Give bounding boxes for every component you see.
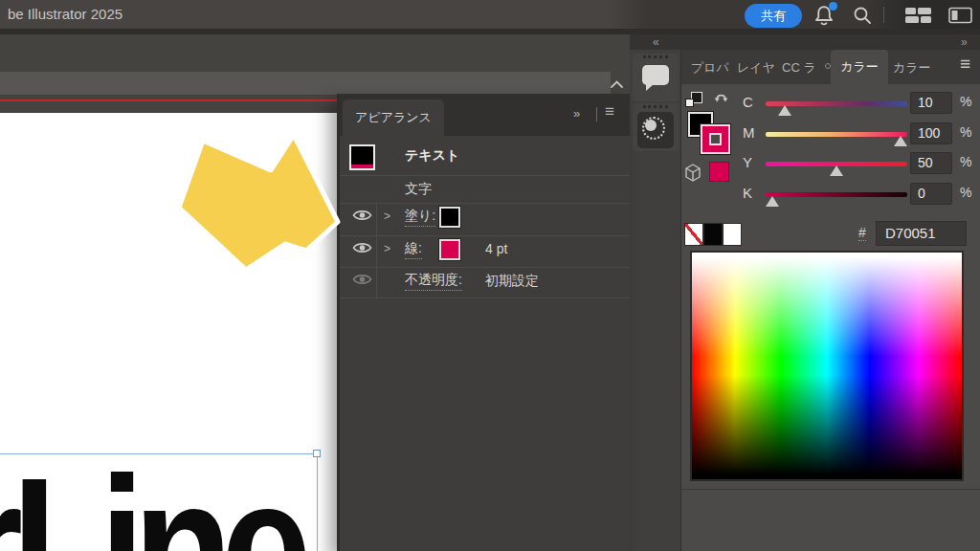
share-button[interactable]: 共有 <box>745 4 802 28</box>
yellow-slider-thumb[interactable] <box>830 165 843 176</box>
thumbnail-stroke-bar <box>351 165 373 168</box>
selection-handle[interactable] <box>313 450 321 457</box>
cyan-slider[interactable] <box>766 101 907 106</box>
magenta-slider-thumb[interactable] <box>894 136 907 146</box>
comment-bubble-icon <box>642 65 669 85</box>
channel-k-label: K <box>743 185 752 201</box>
tab-color-guide[interactable]: カラー <box>893 59 931 77</box>
fill-expand-chevron-icon[interactable]: > <box>384 209 390 223</box>
web-color-cube-icon[interactable] <box>683 163 702 187</box>
default-colors-icon-front <box>685 99 694 107</box>
illustrator-window: be Illustrator 2025 共有 <box>0 0 980 551</box>
black-unit: % <box>960 185 971 200</box>
cyan-slider-thumb[interactable] <box>778 105 791 116</box>
document-header-band <box>0 72 611 96</box>
stroke-expand-chevron-icon[interactable]: > <box>384 242 390 255</box>
panel-menu-icon[interactable]: ≡ <box>960 54 970 75</box>
yellow-slider[interactable] <box>766 162 907 166</box>
collapsed-panel-strip <box>630 50 681 551</box>
eye-column-divider <box>376 203 377 298</box>
fill-row-label[interactable]: 塗り: <box>405 208 435 227</box>
collapse-dock-left-icon[interactable]: « <box>653 35 658 49</box>
workspace-switcher-icon[interactable] <box>904 7 932 28</box>
channel-y-label: Y <box>743 154 752 170</box>
cyan-unit: % <box>960 94 971 109</box>
fill-swatch-mini[interactable] <box>439 207 460 228</box>
fill-visibility-eye-icon[interactable] <box>352 209 372 226</box>
artwork-text[interactable]: rLine <box>0 448 301 551</box>
titlebar-divider <box>883 7 884 23</box>
channel-m-label: M <box>743 124 755 141</box>
object-type-label[interactable]: テキスト <box>405 147 459 165</box>
panel-tab-bar: プロパ レイヤ CC ラ カラー カラー ≡ <box>681 50 980 84</box>
stroke-swatch-mini[interactable] <box>439 239 460 260</box>
artboard-canvas[interactable]: rLine <box>0 113 337 551</box>
red-guide-line <box>0 99 337 101</box>
black-swatch[interactable] <box>703 223 723 246</box>
opacity-visibility-eye-icon[interactable] <box>352 273 372 290</box>
current-color-swatch[interactable] <box>709 162 729 182</box>
stroke-color-swatch[interactable] <box>701 124 730 154</box>
panel-collapse-icon[interactable]: » <box>573 106 579 121</box>
object-thumbnail[interactable] <box>349 144 375 170</box>
black-slider[interactable] <box>766 192 907 197</box>
magenta-unit: % <box>960 124 971 140</box>
tab-layers[interactable]: レイヤ <box>737 59 775 77</box>
drag-grip-icon <box>643 55 668 58</box>
characters-row[interactable]: 文字 <box>405 181 432 198</box>
yellow-value-field[interactable]: 50 <box>910 152 952 174</box>
tab-color-active[interactable]: カラー <box>831 50 888 84</box>
panel-toggle-icon[interactable] <box>948 7 972 28</box>
dock-collapse-bar: « » <box>630 34 980 50</box>
appearance-menu-icon[interactable]: ≡ <box>605 102 614 121</box>
collapse-up-chevron-icon[interactable] <box>610 77 625 88</box>
appearance-panel: アピアランス » ≡ テキスト 文字 > 塗り: <box>337 94 630 551</box>
none-color-swatch[interactable] <box>684 223 703 246</box>
hex-value-field[interactable]: D70051 <box>876 221 967 246</box>
opacity-value[interactable]: 初期設定 <box>485 273 539 290</box>
search-icon[interactable] <box>852 5 875 28</box>
recolor-artwork-icon <box>637 112 674 148</box>
selection-bounding-box-right <box>317 453 318 551</box>
magenta-slider[interactable] <box>766 132 907 137</box>
yellow-unit: % <box>960 154 971 169</box>
tab-properties[interactable]: プロパ <box>691 59 729 77</box>
titlebar: be Illustrator 2025 共有 <box>0 0 980 29</box>
cyan-value-field[interactable]: 10 <box>910 92 952 114</box>
recolor-artwork-panel-button[interactable] <box>633 103 679 151</box>
app-title: be Illustrator 2025 <box>8 6 122 22</box>
stroke-row-label[interactable]: 線: <box>405 240 422 259</box>
panel-separator <box>681 489 980 490</box>
black-value-field[interactable]: 0 <box>910 183 952 205</box>
color-spectrum-picker[interactable] <box>690 251 964 481</box>
tab-cc-libraries[interactable]: CC ラ <box>782 59 816 77</box>
appearance-tab[interactable]: アピアランス <box>343 99 444 136</box>
swap-fill-stroke-icon[interactable] <box>713 91 729 109</box>
white-swatch[interactable] <box>723 223 742 246</box>
stroke-swatch-hole <box>709 133 722 145</box>
comments-panel-button[interactable] <box>633 54 679 101</box>
drag-grip-icon <box>643 105 668 108</box>
stroke-visibility-eye-icon[interactable] <box>352 241 372 258</box>
channel-c-label: C <box>743 94 753 110</box>
notification-badge <box>829 2 837 11</box>
selection-bounding-box-top <box>0 453 317 454</box>
black-slider-thumb[interactable] <box>766 196 779 207</box>
header-divider <box>596 107 597 121</box>
stroke-weight-value[interactable]: 4 pt <box>485 241 507 256</box>
magenta-value-field[interactable]: 100 <box>910 122 952 144</box>
collapse-dock-right-icon[interactable]: » <box>961 35 967 49</box>
opacity-row-label[interactable]: 不透明度: <box>405 272 462 291</box>
hex-label: # <box>858 225 866 241</box>
